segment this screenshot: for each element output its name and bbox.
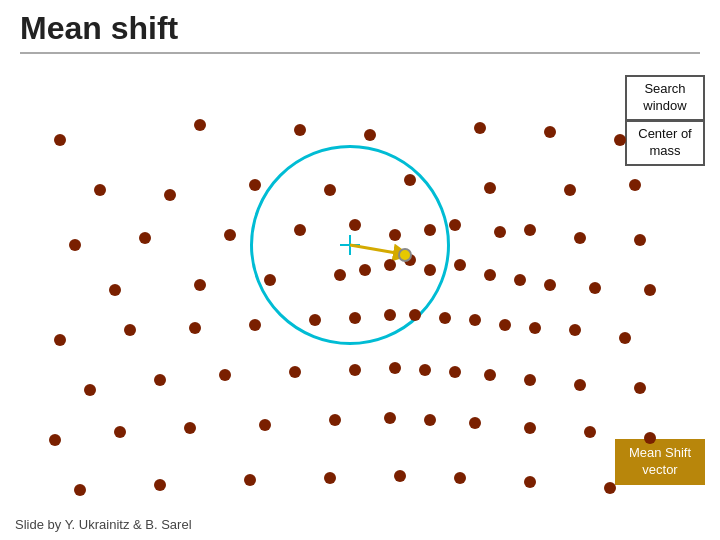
data-dot	[484, 369, 496, 381]
data-dot	[244, 474, 256, 486]
data-dot	[184, 422, 196, 434]
data-dot	[114, 426, 126, 438]
data-dot	[69, 239, 81, 251]
legend-center-of-mass: Center ofmass	[625, 120, 705, 166]
data-dot	[324, 184, 336, 196]
data-dot	[349, 312, 361, 324]
canvas-area: Searchwindow Center ofmass Mean Shiftvec…	[0, 60, 720, 540]
title: Mean shift	[0, 0, 720, 52]
data-dot	[604, 482, 616, 494]
data-dot	[194, 119, 206, 131]
data-dot	[644, 432, 656, 444]
data-dot	[139, 232, 151, 244]
data-dot	[484, 269, 496, 281]
data-dot	[389, 229, 401, 241]
data-dot	[629, 179, 641, 191]
data-dot	[529, 322, 541, 334]
data-dot	[194, 279, 206, 291]
data-dot	[74, 484, 86, 496]
data-dot	[474, 122, 486, 134]
data-dot	[589, 282, 601, 294]
data-dot	[544, 126, 556, 138]
data-dot	[189, 322, 201, 334]
data-dot	[584, 426, 596, 438]
data-dot	[259, 419, 271, 431]
data-dot	[524, 224, 536, 236]
data-dot	[219, 369, 231, 381]
data-dot	[349, 364, 361, 376]
data-dot	[334, 269, 346, 281]
data-dot	[394, 470, 406, 482]
legend-center-label: Center ofmass	[638, 126, 691, 158]
data-dot	[634, 382, 646, 394]
data-dot	[634, 234, 646, 246]
data-dot	[84, 384, 96, 396]
data-dot	[619, 332, 631, 344]
data-dot	[424, 414, 436, 426]
data-dot	[94, 184, 106, 196]
data-dot	[324, 472, 336, 484]
data-dot	[569, 324, 581, 336]
legend-search-window: Searchwindow	[625, 75, 705, 121]
data-dot	[494, 226, 506, 238]
data-dot	[124, 324, 136, 336]
data-dot	[454, 472, 466, 484]
data-dot	[349, 219, 361, 231]
footer-credit: Slide by Y. Ukrainitz & B. Sarel	[15, 517, 192, 532]
data-dot	[524, 422, 536, 434]
data-dot	[424, 224, 436, 236]
center-of-mass-dot	[398, 248, 412, 262]
data-dot	[524, 374, 536, 386]
data-dot	[359, 264, 371, 276]
data-dot	[424, 264, 436, 276]
data-dot	[644, 284, 656, 296]
data-dot	[389, 362, 401, 374]
data-dot	[524, 476, 536, 488]
data-dot	[264, 274, 276, 286]
legend-search-label: Searchwindow	[643, 81, 686, 113]
data-dot	[49, 434, 61, 446]
data-dot	[364, 129, 376, 141]
data-dot	[309, 314, 321, 326]
data-dot	[404, 174, 416, 186]
data-dot	[419, 364, 431, 376]
data-dot	[574, 379, 586, 391]
data-dot	[329, 414, 341, 426]
data-dot	[294, 124, 306, 136]
legend-vector-label: Mean Shiftvector	[629, 445, 691, 477]
data-dot	[454, 259, 466, 271]
data-dot	[289, 366, 301, 378]
data-dot	[249, 319, 261, 331]
data-dot	[469, 417, 481, 429]
crosshair-icon	[340, 235, 360, 255]
data-dot	[164, 189, 176, 201]
data-dot	[409, 309, 421, 321]
data-dot	[154, 374, 166, 386]
data-dot	[564, 184, 576, 196]
data-dot	[469, 314, 481, 326]
data-dot	[439, 312, 451, 324]
data-dot	[249, 179, 261, 191]
data-dot	[54, 134, 66, 146]
title-divider	[20, 52, 700, 54]
data-dot	[544, 279, 556, 291]
data-dot	[514, 274, 526, 286]
data-dot	[154, 479, 166, 491]
data-dot	[574, 232, 586, 244]
data-dot	[384, 309, 396, 321]
data-dot	[449, 219, 461, 231]
data-dot	[54, 334, 66, 346]
data-dot	[449, 366, 461, 378]
data-dot	[294, 224, 306, 236]
data-dot	[384, 259, 396, 271]
data-dot	[484, 182, 496, 194]
data-dot	[499, 319, 511, 331]
data-dot	[224, 229, 236, 241]
data-dot	[109, 284, 121, 296]
data-dot	[614, 134, 626, 146]
data-dot	[384, 412, 396, 424]
legend-mean-shift-vector: Mean Shiftvector	[615, 439, 705, 485]
